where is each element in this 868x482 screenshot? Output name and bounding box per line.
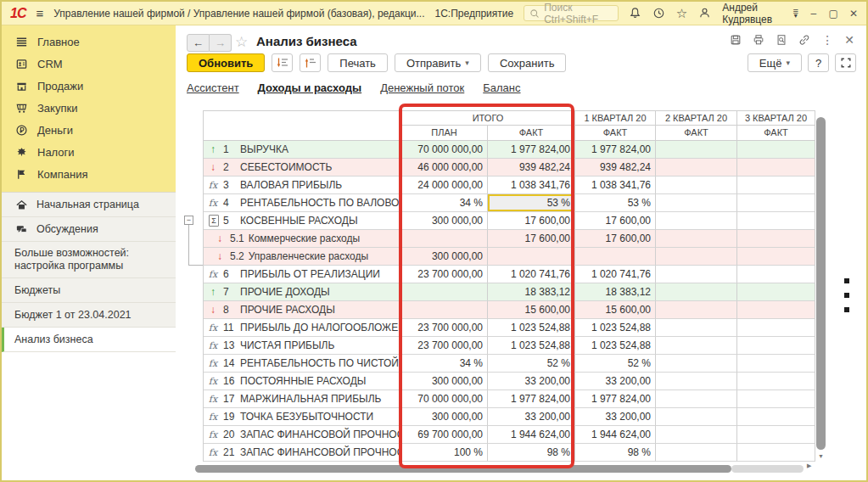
- cell-q1-fact[interactable]: 1 020 741,76: [575, 266, 656, 283]
- history-icon[interactable]: [652, 7, 665, 20]
- cell-q1-fact[interactable]: 15 600,00: [575, 301, 656, 319]
- user-name[interactable]: Андрей Кудрявцев: [722, 2, 781, 25]
- cell-q3-fact[interactable]: [737, 337, 815, 355]
- cell-q3-fact[interactable]: [737, 283, 815, 301]
- cell-total-fact[interactable]: 1 977 824,00: [488, 390, 575, 408]
- cell-q2-fact[interactable]: [656, 337, 737, 355]
- column-q2-fact[interactable]: ФАКТ: [656, 126, 737, 141]
- cell-q3-fact[interactable]: [737, 426, 815, 444]
- cell-q1-fact[interactable]: 1 023 524,88: [575, 319, 656, 337]
- sidebar-item-3[interactable]: Закупки: [2, 97, 176, 119]
- fullscreen-button[interactable]: [835, 53, 856, 72]
- cell-q3-fact[interactable]: [737, 444, 815, 462]
- vertical-scrollbar[interactable]: [816, 117, 826, 450]
- row-label-cell[interactable]: Σ5КОСВЕННЫЕ РАСХОДЫ: [204, 212, 401, 230]
- print-icon[interactable]: [753, 34, 764, 46]
- cell-q2-fact[interactable]: [656, 177, 737, 194]
- cell-q3-fact[interactable]: [737, 390, 815, 408]
- cell-q3-fact[interactable]: [737, 319, 815, 337]
- cell-q2-fact[interactable]: [656, 373, 737, 390]
- cell-q1-fact[interactable]: [575, 248, 656, 266]
- cell-q3-fact[interactable]: [737, 301, 815, 319]
- cell-total-plan[interactable]: 300 000,00: [401, 212, 488, 230]
- column-group-q2[interactable]: 2 КВАРТАЛ 20: [656, 111, 737, 126]
- row-label-cell[interactable]: ↑7ПРОЧИЕ ДОХОДЫ: [204, 283, 401, 301]
- cell-total-fact[interactable]: 98 %: [488, 444, 575, 462]
- cell-q1-fact[interactable]: 33 200,00: [575, 408, 656, 426]
- favorites-star-icon[interactable]: ☆: [676, 6, 687, 21]
- back-button[interactable]: ←: [187, 34, 210, 52]
- more-button[interactable]: Ещё▾: [748, 53, 802, 72]
- cell-q1-fact[interactable]: 33 200,00: [575, 373, 656, 390]
- maximize-button[interactable]: ▢: [829, 8, 838, 20]
- tab-income-expenses[interactable]: Доходы и расходы: [258, 81, 362, 94]
- column-total-fact[interactable]: ФАКТ: [488, 126, 575, 141]
- scroll-down-arrow-icon[interactable]: ▼: [818, 453, 824, 459]
- row-label-cell[interactable]: fx14РЕНТАБЕЛЬНОСТЬ ПО ЧИСТОЙ ПРИБЫЛИ: [204, 355, 401, 373]
- cell-q2-fact[interactable]: [656, 230, 737, 248]
- cell-q2-fact[interactable]: [656, 390, 737, 408]
- notifications-bell-icon[interactable]: [629, 7, 641, 20]
- tree-collapse-expander[interactable]: −: [184, 216, 193, 225]
- cell-q3-fact[interactable]: [737, 355, 815, 373]
- cell-total-plan[interactable]: 34 %: [401, 194, 488, 212]
- cell-total-fact[interactable]: 1 023 524,88: [488, 319, 575, 337]
- cell-total-fact[interactable]: 17 600,00: [488, 230, 575, 248]
- row-label-cell[interactable]: fx6ПРИБЫЛЬ ОТ РЕАЛИЗАЦИИ: [204, 266, 401, 283]
- cell-q2-fact[interactable]: [656, 301, 737, 319]
- scroll-right-arrow-icon[interactable]: ▶: [807, 462, 811, 469]
- cell-total-plan[interactable]: [401, 230, 488, 248]
- cell-q3-fact[interactable]: [737, 248, 815, 266]
- cell-q3-fact[interactable]: [737, 194, 815, 212]
- cell-total-fact[interactable]: 1 020 741,76: [488, 266, 575, 283]
- cell-q3-fact[interactable]: [737, 159, 815, 177]
- global-search-input[interactable]: Поиск Ctrl+Shift+F: [524, 5, 619, 21]
- cell-q2-fact[interactable]: [656, 194, 737, 212]
- cell-q1-fact[interactable]: 1 023 524,88: [575, 337, 656, 355]
- row-label-cell[interactable]: fx19ТОЧКА БЕЗУБЫТОЧНОСТИ: [204, 408, 401, 426]
- sidebar-item-0[interactable]: Главное: [2, 31, 176, 53]
- cell-total-fact[interactable]: 52 %: [488, 355, 575, 373]
- cell-q1-fact[interactable]: 52 %: [575, 355, 656, 373]
- expand-levels-button[interactable]: [272, 53, 293, 72]
- cell-total-fact[interactable]: [488, 248, 575, 266]
- row-label-cell[interactable]: fx17МАРЖИНАЛЬНАЯ ПРИБЫЛЬ: [204, 390, 401, 408]
- preview-icon[interactable]: [776, 34, 787, 46]
- save-button[interactable]: Сохранить: [488, 53, 567, 72]
- refresh-button[interactable]: Обновить: [187, 53, 265, 72]
- sidebar-item-2[interactable]: Продажи: [2, 75, 176, 97]
- column-total-plan[interactable]: ПЛАН: [401, 126, 488, 141]
- cell-total-fact[interactable]: 1 977 824,00: [488, 141, 575, 159]
- sidebar-item-secondary-3[interactable]: Бюджеты: [2, 278, 176, 303]
- row-label-cell[interactable]: ↓2СЕБЕСТОИМОСТЬ: [204, 159, 401, 177]
- cell-total-plan[interactable]: 70 000 000,00: [401, 390, 488, 408]
- more-dots-icon[interactable]: ⋮: [821, 34, 833, 46]
- sidebar-item-6[interactable]: Компания: [2, 163, 176, 185]
- cell-total-fact[interactable]: 15 600,00: [488, 301, 575, 319]
- cell-q2-fact[interactable]: [656, 266, 737, 283]
- cell-q1-fact[interactable]: 1 977 824,00: [575, 141, 656, 159]
- minimize-button[interactable]: –: [809, 8, 817, 20]
- cell-q2-fact[interactable]: [656, 319, 737, 337]
- forward-button[interactable]: →: [210, 34, 232, 52]
- cell-total-fact-selected[interactable]: 53 %: [488, 194, 575, 212]
- cell-total-plan[interactable]: 34 %: [401, 355, 488, 373]
- tab-balance[interactable]: Баланс: [483, 81, 520, 94]
- row-label-cell[interactable]: fx3ВАЛОВАЯ ПРИБЫЛЬ: [204, 177, 401, 194]
- send-button[interactable]: Отправить▾: [395, 53, 481, 72]
- main-menu-icon[interactable]: ≡: [36, 7, 43, 20]
- cell-q1-fact[interactable]: 939 482,24: [575, 159, 656, 177]
- cell-q3-fact[interactable]: [737, 266, 815, 283]
- cell-q3-fact[interactable]: [737, 141, 815, 159]
- cell-q3-fact[interactable]: [737, 177, 815, 194]
- sidebar-item-secondary-2[interactable]: Больше возможностей: настройка программы: [2, 242, 176, 278]
- close-form-icon[interactable]: ✕: [844, 34, 854, 46]
- column-group-q3[interactable]: 3 КВАРТАЛ 20: [737, 111, 815, 126]
- cell-total-fact[interactable]: 33 200,00: [488, 373, 575, 390]
- row-label-cell[interactable]: fx13ЧИСТАЯ ПРИБЫЛЬ: [204, 337, 401, 355]
- tab-cash-flow[interactable]: Денежный поток: [380, 81, 464, 94]
- cell-total-plan[interactable]: 69 700 000,00: [401, 426, 488, 444]
- horizontal-scrollbar-track[interactable]: [731, 465, 804, 473]
- cell-q3-fact[interactable]: [737, 408, 815, 426]
- row-label-cell[interactable]: ↓8ПРОЧИЕ РАСХОДЫ: [204, 301, 401, 319]
